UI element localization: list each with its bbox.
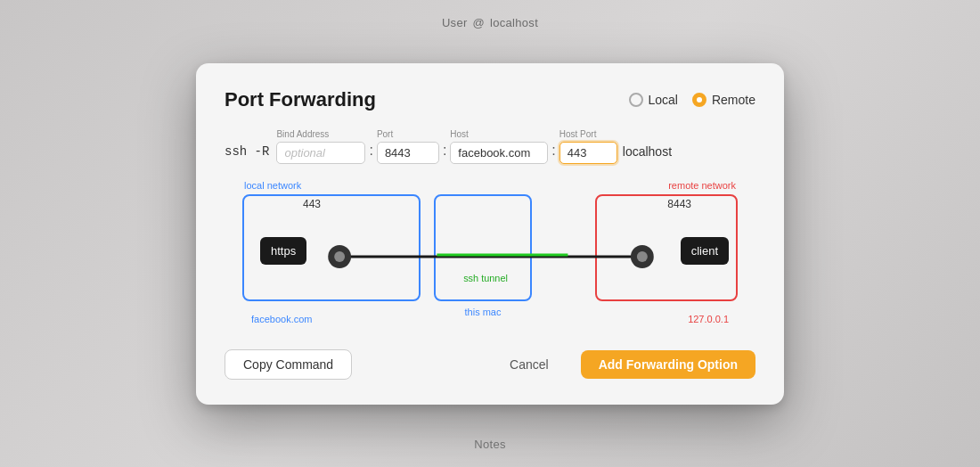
- local-network-label: local network: [244, 180, 301, 191]
- radio-remote-label: Remote: [712, 93, 755, 107]
- ssh-command-row: ssh -R Bind Address : Port : Host : Host…: [225, 129, 755, 164]
- client-block: client: [681, 237, 729, 265]
- colon-sep-3: :: [548, 143, 559, 164]
- top-bar: User @ localhost: [442, 16, 538, 29]
- forwarding-type-group: Local Remote: [629, 93, 756, 107]
- server-label: https: [271, 244, 296, 258]
- user-label: User: [442, 16, 468, 29]
- facebook-label: facebook.com: [251, 314, 312, 324]
- client-label: client: [691, 244, 718, 258]
- ssh-prefix-label: ssh -R: [225, 144, 269, 164]
- copy-command-button[interactable]: Copy Command: [225, 349, 352, 380]
- host-port-group: Host Port: [559, 129, 617, 164]
- server-block: https: [260, 237, 306, 265]
- host-port-label: Host Port: [559, 129, 597, 139]
- host-label: localhost: [490, 16, 538, 29]
- radio-local[interactable]: Local: [629, 93, 678, 107]
- host-label: Host: [450, 129, 469, 139]
- bind-address-group: Bind Address: [276, 129, 365, 164]
- remote-network-label: remote network: [668, 180, 736, 191]
- this-mac-box: this mac: [434, 194, 532, 301]
- at-symbol: @: [473, 16, 486, 29]
- dialog-title: Port Forwarding: [225, 88, 376, 111]
- footer-right-buttons: Cancel Add Forwarding Option: [492, 350, 755, 379]
- host-input[interactable]: [450, 142, 548, 164]
- static-end-label: localhost: [617, 144, 672, 164]
- colon-sep-1: :: [365, 143, 376, 164]
- port-input[interactable]: [377, 142, 439, 164]
- cancel-button[interactable]: Cancel: [492, 350, 567, 379]
- ip-label: 127.0.0.1: [688, 314, 729, 324]
- host-group: Host: [450, 129, 548, 164]
- colon-sep-2: :: [439, 143, 450, 164]
- dialog-footer: Copy Command Cancel Add Forwarding Optio…: [225, 349, 755, 380]
- radio-remote[interactable]: Remote: [692, 93, 755, 107]
- this-mac-label: this mac: [465, 307, 502, 317]
- radio-local-label: Local: [649, 93, 678, 107]
- port-group: Port: [377, 129, 439, 164]
- port-label: Port: [377, 129, 393, 139]
- port-forwarding-diagram: local network this mac remote network 44…: [225, 185, 755, 328]
- dialog-header: Port Forwarding Local Remote: [225, 88, 755, 111]
- add-forwarding-button[interactable]: Add Forwarding Option: [581, 350, 755, 379]
- bind-address-label: Bind Address: [276, 129, 329, 139]
- radio-remote-circle[interactable]: [692, 93, 706, 107]
- host-port-input[interactable]: [559, 142, 617, 164]
- bottom-bar: Notes: [474, 438, 505, 451]
- port-forwarding-dialog: Port Forwarding Local Remote ssh -R Bind…: [196, 63, 784, 405]
- notes-label: Notes: [474, 438, 505, 451]
- port-443-label: 443: [303, 198, 321, 210]
- bind-address-input[interactable]: [276, 142, 365, 164]
- radio-local-circle[interactable]: [629, 93, 643, 107]
- port-8443-label: 8443: [667, 198, 691, 210]
